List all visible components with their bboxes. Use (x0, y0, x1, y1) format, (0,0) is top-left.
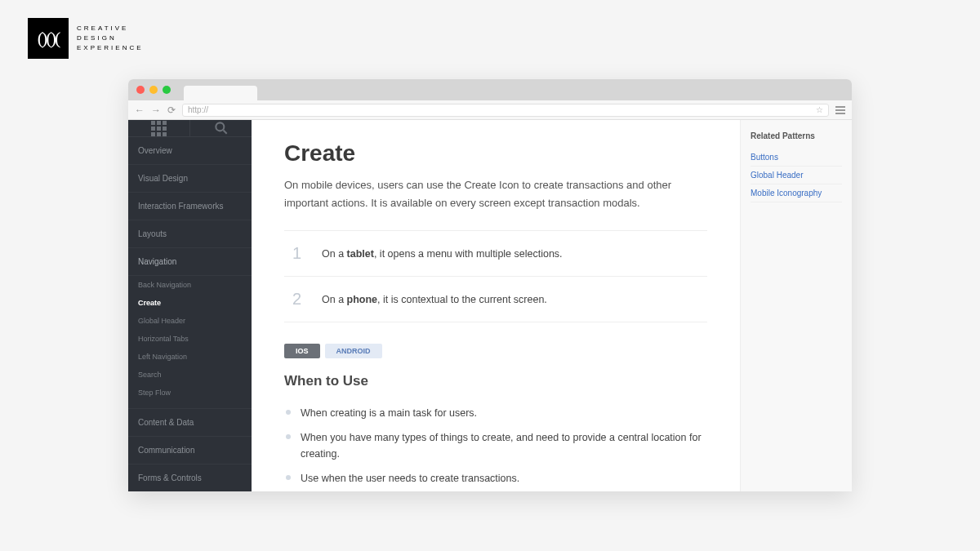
related-title: Related Patterns (751, 131, 842, 140)
search-button[interactable] (190, 120, 252, 136)
numbered-item-1: 1 On a tablet, it opens a menu with mult… (284, 231, 707, 277)
page-title: Create (284, 140, 707, 167)
address-bar[interactable]: http:// ☆ (182, 104, 829, 117)
item-text: On a phone, it is contextual to the curr… (322, 294, 547, 305)
sidebar-item-forms-controls[interactable]: Forms & Controls (128, 464, 252, 491)
svg-line-1 (223, 131, 226, 134)
related-link-buttons[interactable]: Buttons (751, 149, 842, 167)
related-panel: Related Patterns Buttons Global Header M… (740, 120, 852, 491)
forward-icon[interactable]: → (151, 104, 161, 116)
grid-icon (151, 121, 167, 136)
list-item: When you have many types of things to cr… (284, 425, 707, 466)
browser-titlebar (128, 79, 852, 100)
browser-toolbar: ← → ⟳ http:// ☆ (128, 100, 852, 120)
item-number: 1 (292, 244, 305, 263)
sidebar: Overview Visual Design Interaction Frame… (128, 120, 252, 491)
sidebar-sub-horizontal-tabs[interactable]: Horizontal Tabs (128, 330, 252, 348)
apps-grid-button[interactable] (128, 120, 190, 136)
maximize-icon[interactable] (163, 86, 171, 94)
sidebar-item-interaction-frameworks[interactable]: Interaction Frameworks (128, 193, 252, 220)
list-item: Use when the user needs to create transa… (284, 466, 707, 491)
close-icon[interactable] (136, 86, 145, 94)
sidebar-subgroup: Back Navigation Create Global Header Hor… (128, 276, 252, 409)
sidebar-sub-global-header[interactable]: Global Header (128, 312, 252, 330)
back-icon[interactable]: ← (135, 104, 145, 116)
brand-text: CREATIVE DESIGN EXPERIENCE (77, 24, 144, 53)
sidebar-item-visual-design[interactable]: Visual Design (128, 165, 252, 193)
sidebar-sub-create[interactable]: Create (128, 294, 252, 312)
item-number: 2 (292, 290, 305, 309)
numbered-item-2: 2 On a phone, it is contextual to the cu… (284, 277, 707, 322)
related-link-global-header[interactable]: Global Header (751, 167, 842, 184)
hamburger-icon[interactable] (835, 106, 845, 114)
url-text: http:// (188, 105, 208, 114)
browser-window: ← → ⟳ http:// ☆ Overvi (128, 79, 852, 491)
tab-android[interactable]: ANDROID (325, 344, 382, 358)
sidebar-item-overview[interactable]: Overview (128, 137, 252, 165)
search-icon (213, 120, 229, 136)
list-item: When creating is a main task for users. (284, 401, 707, 425)
main-content: Create On mobile devices, users can use … (252, 120, 740, 491)
app-viewport: Overview Visual Design Interaction Frame… (128, 120, 852, 491)
tab-ios[interactable]: IOS (284, 344, 320, 358)
item-text: On a tablet, it opens a menu with multip… (322, 248, 563, 260)
sidebar-item-layouts[interactable]: Layouts (128, 220, 252, 248)
sidebar-header (128, 120, 252, 137)
browser-tab[interactable] (184, 86, 257, 100)
related-link-mobile-iconography[interactable]: Mobile Iconography (751, 184, 842, 202)
sidebar-item-content-data[interactable]: Content & Data (128, 409, 252, 437)
brand-logo: ()()( (28, 18, 69, 59)
bookmark-icon[interactable]: ☆ (816, 105, 823, 114)
sidebar-sub-back-navigation[interactable]: Back Navigation (128, 276, 252, 294)
svg-point-0 (216, 122, 224, 131)
platform-tabs: IOS ANDROID (284, 344, 707, 358)
sidebar-item-communication[interactable]: Communication (128, 437, 252, 464)
numbered-list: 1 On a tablet, it opens a menu with mult… (284, 230, 707, 322)
page-lead: On mobile devices, users can use the Cre… (284, 176, 707, 212)
sidebar-sub-left-navigation[interactable]: Left Navigation (128, 348, 252, 366)
when-to-use-list: When creating is a main task for users. … (284, 401, 707, 491)
reload-icon[interactable]: ⟳ (167, 104, 176, 116)
section-when-to-use: When to Use (284, 373, 707, 389)
sidebar-section-navigation[interactable]: Navigation (128, 248, 252, 276)
sidebar-sub-step-flow[interactable]: Step Flow (128, 384, 252, 402)
minimize-icon[interactable] (149, 86, 158, 94)
sidebar-sub-search[interactable]: Search (128, 366, 252, 384)
page-brand: ()()( CREATIVE DESIGN EXPERIENCE (28, 18, 144, 59)
